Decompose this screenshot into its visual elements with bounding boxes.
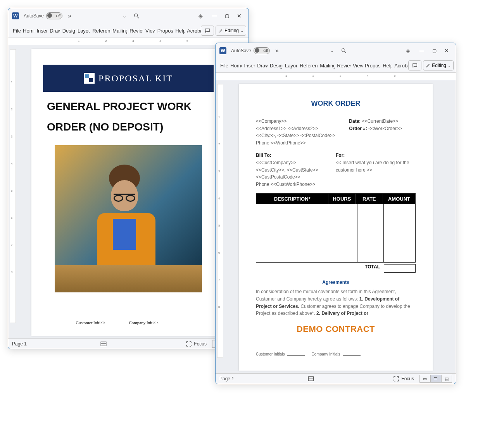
close-button[interactable]: ✕: [440, 48, 453, 54]
table-body[interactable]: [256, 204, 415, 262]
tab-mailings[interactable]: Mailings: [110, 28, 127, 34]
tab-review[interactable]: Review: [335, 63, 350, 69]
page-indicator[interactable]: Page 1: [219, 376, 234, 381]
layout-icon[interactable]: [307, 375, 314, 382]
tab-view[interactable]: View: [350, 63, 362, 69]
ribbon: File Home Insert Draw Design Layout Refe…: [216, 58, 456, 73]
tab-proposal[interactable]: Proposal: [362, 63, 381, 69]
tab-acrobat[interactable]: Acrobat: [392, 63, 408, 69]
tab-draw[interactable]: Draw: [47, 28, 60, 34]
word-icon: W: [12, 12, 19, 19]
document-page[interactable]: WORK ORDER <<Company>> <<Address1>> <<Ad…: [239, 84, 433, 371]
chevron-down-icon: ⌄: [240, 29, 243, 33]
maximize-button[interactable]: ▢: [428, 48, 440, 53]
title-dropdown-icon[interactable]: ⌄: [123, 13, 126, 19]
autosave-label: AutoSave: [231, 48, 251, 53]
close-button[interactable]: ✕: [233, 13, 245, 19]
autosave-toggle[interactable]: Off: [46, 12, 62, 19]
comments-button[interactable]: [408, 60, 421, 70]
demo-watermark: DEMO CONTRACT: [239, 324, 433, 334]
minimize-button[interactable]: —: [208, 13, 221, 19]
document-area[interactable]: 1 2 3 4 5 6 7 8 PROPOSAL KIT GENERAL PRO…: [8, 45, 249, 338]
autosave-toggle[interactable]: Off: [254, 47, 270, 54]
vertical-ruler[interactable]: 1 2 3 4 5 6 7 8: [217, 84, 223, 358]
tab-help[interactable]: Help: [173, 28, 185, 34]
focus-button[interactable]: Focus: [185, 340, 207, 347]
horizontal-ruler[interactable]: 1 2 3 4 5: [8, 38, 249, 45]
search-icon[interactable]: [341, 48, 347, 54]
company-info-block: <<Company>> <<Address1>> <<Address2>> <<…: [256, 118, 416, 146]
initials-footer: Customer Initials Company Initials: [31, 320, 225, 325]
hero-illustration: [55, 145, 202, 292]
agreements-heading: Agreements: [239, 280, 433, 285]
web-layout-button[interactable]: ▤: [441, 375, 452, 383]
tab-layout[interactable]: Layout: [283, 63, 297, 69]
autosave-label: AutoSave: [24, 13, 44, 19]
tab-layout[interactable]: Layout: [75, 28, 90, 34]
title-dropdown-icon[interactable]: ⌄: [330, 48, 334, 53]
print-layout-button[interactable]: ☰: [430, 375, 441, 383]
pencil-icon: [426, 63, 430, 68]
initials-footer: Customer Initials Company Initials: [256, 352, 416, 356]
layout-icon[interactable]: [100, 340, 107, 347]
tab-design[interactable]: Design: [268, 63, 283, 69]
tab-design[interactable]: Design: [60, 28, 75, 34]
tab-acrobat[interactable]: Acrobat: [185, 28, 201, 34]
comment-icon: [204, 28, 211, 33]
tab-references[interactable]: References: [90, 28, 110, 34]
work-order-table: DESCRIPTION* HOURS RATE AMOUNT: [256, 193, 416, 263]
document-title-line1: GENERAL PROJECT WORK: [47, 100, 210, 113]
word-icon: W: [219, 47, 226, 54]
maximize-button[interactable]: ▢: [221, 13, 233, 19]
svg-line-5: [345, 52, 346, 53]
minimize-button[interactable]: —: [416, 48, 428, 53]
word-window-a: W AutoSave Off » ⌄ ◈ — ▢ ✕ File Home Ins…: [8, 8, 249, 349]
tab-proposal[interactable]: Proposal: [155, 28, 173, 34]
read-mode-button[interactable]: ▭: [419, 375, 430, 383]
quick-access-more-icon[interactable]: »: [275, 47, 279, 54]
tab-home[interactable]: Home: [228, 63, 242, 69]
status-bar: Page 1 Focus ▭ ☰ ▤: [216, 373, 456, 384]
total-cell[interactable]: [384, 264, 416, 273]
tab-view[interactable]: View: [143, 28, 155, 34]
comment-icon: [412, 63, 418, 68]
tab-review[interactable]: Review: [127, 28, 143, 34]
tab-mailings[interactable]: Mailings: [318, 63, 335, 69]
total-row: TOTAL: [256, 264, 416, 273]
tab-insert[interactable]: Insert: [242, 63, 255, 69]
horizontal-ruler[interactable]: 1 2 3 4 5: [216, 73, 456, 80]
titlebar: W AutoSave Off » ⌄ ◈ — ▢ ✕: [216, 43, 456, 58]
status-bar: Page 1 Focus ▭ ☰ ▤: [8, 338, 249, 349]
tab-draw[interactable]: Draw: [255, 63, 267, 69]
tab-file[interactable]: File: [10, 28, 21, 34]
tab-help[interactable]: Help: [380, 63, 392, 69]
tab-insert[interactable]: Insert: [34, 28, 47, 34]
focus-icon: [393, 375, 400, 382]
view-mode-buttons: ▭ ☰ ▤: [419, 375, 452, 383]
svg-point-4: [342, 49, 345, 52]
editing-mode-button[interactable]: Editing ⌄: [423, 60, 454, 70]
focus-button[interactable]: Focus: [393, 375, 414, 382]
focus-icon: [185, 340, 192, 347]
tab-file[interactable]: File: [218, 63, 228, 69]
comments-button[interactable]: [201, 26, 214, 36]
svg-point-0: [135, 14, 138, 17]
vertical-ruler[interactable]: 1 2 3 4 5 6 7 8: [10, 49, 16, 323]
svg-line-1: [137, 17, 139, 18]
page-indicator[interactable]: Page 1: [12, 341, 27, 347]
search-icon[interactable]: [133, 13, 140, 19]
document-page[interactable]: PROPOSAL KIT GENERAL PROJECT WORK ORDER …: [31, 49, 225, 336]
premium-icon[interactable]: ◈: [198, 13, 203, 19]
table-header: DESCRIPTION* HOURS RATE AMOUNT: [256, 194, 415, 204]
quick-access-more-icon[interactable]: »: [68, 12, 71, 19]
tab-home[interactable]: Home: [21, 28, 34, 34]
document-title-line2: ORDER (NO DEPOSIT): [47, 120, 210, 134]
word-window-b: W AutoSave Off » ⌄ ◈ — ▢ ✕ File Home Ins…: [215, 43, 456, 384]
premium-icon[interactable]: ◈: [406, 48, 410, 54]
agreements-text: In consideration of the mutual covenants…: [256, 288, 416, 317]
titlebar: W AutoSave Off » ⌄ ◈ — ▢ ✕: [8, 8, 249, 24]
editing-mode-button[interactable]: Editing ⌄: [216, 26, 246, 36]
tab-references[interactable]: References: [297, 63, 318, 69]
document-area[interactable]: 1 2 3 4 5 6 7 8 WORK ORDER <<Company>> <…: [216, 80, 456, 373]
work-order-title: WORK ORDER: [239, 100, 433, 108]
